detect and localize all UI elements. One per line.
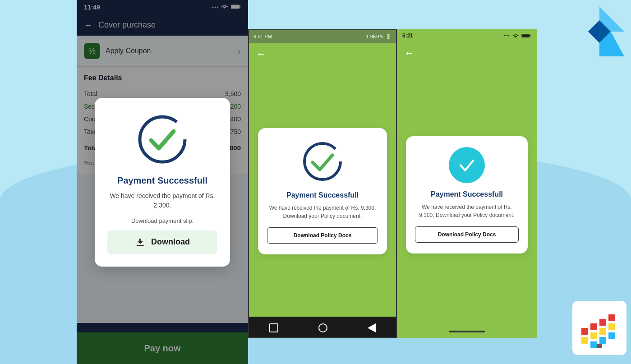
phone2-battery: 🔋 [385, 34, 391, 40]
svg-point-19 [140, 117, 185, 162]
phone2-time: 6:51 PM [253, 34, 272, 39]
android-back-button[interactable] [368, 323, 376, 332]
svg-rect-23 [522, 34, 530, 37]
svg-rect-14 [590, 341, 597, 348]
phones-container: 11:49 ···· ← Cover purchase % [77, 0, 537, 364]
phone2-download-policy-button[interactable]: Download Policy Docs [267, 227, 378, 244]
flutter-logo [572, 5, 626, 59]
download-label: Download [151, 237, 190, 247]
download-icon [135, 237, 146, 248]
svg-rect-8 [599, 328, 606, 335]
svg-rect-13 [608, 332, 615, 339]
phone3-time: 6:21 [402, 32, 413, 39]
phone2-card-title: Payment Successfull [286, 191, 359, 199]
phone3-status-bar: 6:21 ···· [397, 29, 537, 42]
svg-rect-11 [581, 337, 588, 344]
phone3-download-policy-button[interactable]: Download Policy Docs [415, 226, 519, 243]
tree-logo [572, 301, 626, 355]
modal-title: Payment Successfull [117, 175, 207, 186]
home-indicator-bar [449, 331, 485, 332]
phone3: 6:21 ···· ← Payment Successfull We ha [397, 29, 537, 338]
phone3-home-indicator [397, 325, 537, 338]
svg-point-21 [304, 143, 341, 180]
svg-rect-24 [530, 35, 530, 37]
phone2-card-desc: We have received the payment of Rs. 9,30… [267, 204, 378, 220]
phone3-teal-check-icon [449, 147, 485, 183]
phone2-check-icon [300, 139, 345, 184]
phone2-header: ← [249, 43, 396, 65]
phone1: 11:49 ···· ← Cover purchase % [77, 0, 248, 364]
phone3-back-button[interactable]: ← [404, 47, 414, 59]
success-check-icon [135, 112, 189, 166]
phone2-back-button[interactable]: ← [256, 48, 266, 60]
svg-rect-20 [137, 245, 144, 246]
svg-rect-4 [581, 328, 588, 335]
checkmark-svg [457, 155, 477, 175]
android-home-button[interactable] [318, 323, 327, 332]
phone3-dots: ···· [504, 32, 510, 39]
svg-marker-3 [588, 20, 599, 43]
android-square-button[interactable] [269, 323, 278, 332]
svg-rect-7 [608, 314, 615, 321]
download-button[interactable]: Download [107, 230, 217, 254]
phone3-card: Payment Successfull We have received the… [406, 136, 528, 253]
phone3-header: ← [397, 42, 537, 65]
phone2-body: Payment Successfull We have received the… [249, 65, 396, 317]
phone2-nav-bar [249, 317, 396, 338]
phone2-status-bar: 6:51 PM 1.9KB/s 🔋 [249, 30, 396, 43]
svg-rect-10 [608, 323, 615, 330]
modal-slip-text: Download payment slip. [131, 217, 193, 224]
phone2-speed: 1.9KB/s [366, 34, 383, 39]
svg-rect-9 [590, 332, 597, 339]
payment-success-modal: Payment Successfull We have received the… [77, 0, 248, 364]
phone3-body: Payment Successfull We have received the… [397, 65, 537, 325]
modal-description: We have received the payment of Rs. 2,30… [107, 191, 217, 210]
phone3-status-icons: ···· [504, 32, 531, 39]
phone2-status-icons: 1.9KB/s 🔋 [366, 34, 391, 40]
phone3-battery-icon [521, 33, 531, 38]
svg-rect-5 [590, 323, 597, 330]
svg-rect-6 [599, 319, 606, 326]
phone3-card-desc: We have received the payment of Rs. 9,30… [415, 203, 519, 219]
phone3-card-title: Payment Successfull [431, 190, 503, 198]
phone2: 6:51 PM 1.9KB/s 🔋 ← Payment Successfull … [248, 29, 397, 338]
phone3-wifi-icon [512, 33, 519, 38]
svg-rect-15 [597, 344, 602, 348]
modal-card: Payment Successfull We have received the… [95, 98, 230, 267]
phone2-card: Payment Successfull We have received the… [258, 128, 387, 254]
svg-rect-12 [599, 337, 606, 344]
